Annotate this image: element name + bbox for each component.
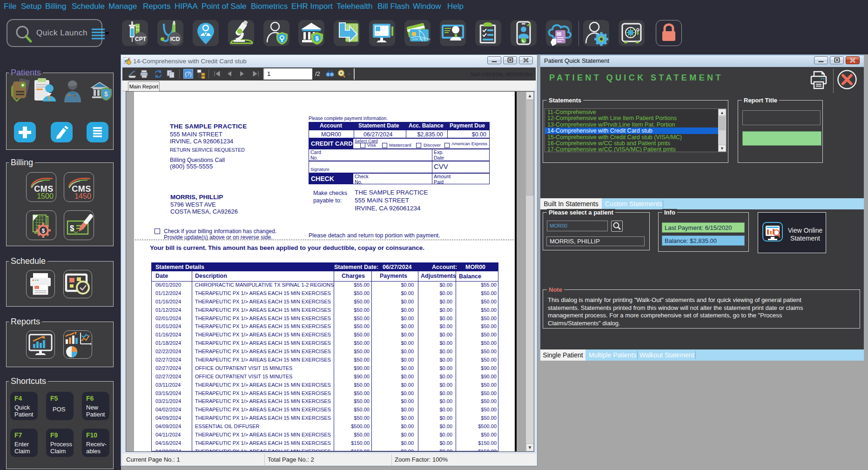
- svg-text:1500: 1500: [37, 192, 54, 200]
- svg-text:$: $: [104, 90, 108, 98]
- svg-text:$: $: [42, 228, 45, 234]
- svg-text:ICD: ICD: [170, 36, 180, 42]
- svg-text:$: $: [315, 35, 319, 42]
- svg-text:1234 5678 9012 3456: 1234 5678 9012 3456: [412, 38, 431, 41]
- svg-text:1450: 1450: [74, 192, 91, 200]
- svg-text:CPT: CPT: [135, 36, 147, 42]
